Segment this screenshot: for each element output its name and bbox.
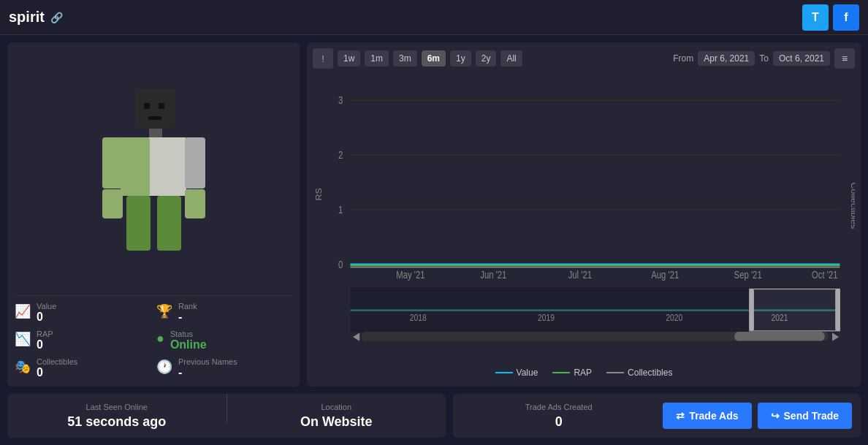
rank-number: - <box>178 311 197 324</box>
value-icon: 📈 <box>15 303 31 319</box>
status-value: Online <box>170 338 207 351</box>
send-trade-button[interactable]: ↪ Send Trade <box>758 403 852 429</box>
chart-svg: 3 2 1 0 RS Collectibles May '21 Jun '21 … <box>313 73 855 365</box>
time-btn-1y[interactable]: 1y <box>450 50 471 66</box>
time-btn-2y[interactable]: 2y <box>476 50 497 66</box>
rap-label: RAP <box>37 330 53 338</box>
svg-text:1: 1 <box>338 205 343 216</box>
last-seen-stat: Last Seen Online 51 seconds ago <box>7 394 226 438</box>
trade-ads-value: 0 <box>462 414 655 430</box>
stat-rap-item: 📉 RAP 0 <box>15 330 151 351</box>
social-buttons: T f <box>802 4 859 31</box>
svg-rect-2 <box>159 103 164 109</box>
header: spirit 🔗 T f <box>0 0 868 35</box>
chart-menu-button[interactable]: ≡ <box>834 48 855 69</box>
status-content: Status Online <box>170 330 207 351</box>
rap-content: RAP 0 <box>37 330 53 351</box>
svg-rect-10 <box>102 189 123 218</box>
svg-text:2: 2 <box>338 150 343 161</box>
chart-toolbar: ! 1w 1m 3m 6m 1y 2y All From Apr 6, 2021… <box>313 48 855 69</box>
svg-text:Jun '21: Jun '21 <box>480 270 506 281</box>
svg-rect-12 <box>126 196 151 251</box>
to-label: To <box>759 53 769 64</box>
collectibles-legend-label: Collectibles <box>628 368 672 378</box>
stats-grid: 📈 Value 0 🏆 Rank - 📉 RAP 0 <box>15 295 292 379</box>
chart-legend: Value RAP Collectibles <box>313 365 855 381</box>
svg-text:3: 3 <box>338 95 343 106</box>
logo-area: spirit 🔗 <box>9 9 63 26</box>
rank-label: Rank <box>178 302 197 311</box>
svg-rect-48 <box>734 332 825 341</box>
svg-text:2020: 2020 <box>666 313 682 322</box>
collectibles-icon: 🎭 <box>15 359 31 375</box>
left-panel: 📈 Value 0 🏆 Rank - 📉 RAP 0 <box>7 42 300 387</box>
svg-text:0: 0 <box>338 259 343 270</box>
status-label: Status <box>170 330 207 338</box>
chart-area: 3 2 1 0 RS Collectibles May '21 Jun '21 … <box>313 73 855 365</box>
chart-info-button[interactable]: ! <box>313 48 333 69</box>
time-btn-1m[interactable]: 1m <box>365 50 389 66</box>
trade-ads-icon: ⇄ <box>676 410 685 422</box>
value-label: Value <box>37 302 56 311</box>
stat-status-item: ● Status Online <box>156 330 292 351</box>
rap-icon: 📉 <box>15 331 31 347</box>
from-date: Apr 6, 2021 <box>698 51 755 66</box>
stat-rank-item: 🏆 Rank - <box>156 302 292 324</box>
svg-text:2018: 2018 <box>410 313 427 322</box>
status-icon: ● <box>156 331 164 346</box>
trade-ads-button[interactable]: ⇄ Trade Ads <box>663 403 751 429</box>
svg-rect-1 <box>144 103 150 109</box>
prev-names-label: Previous Names <box>178 357 237 366</box>
rank-content: Rank - <box>178 302 197 324</box>
avatar-area <box>15 50 292 295</box>
facebook-button[interactable]: f <box>833 4 859 31</box>
rank-icon: 🏆 <box>156 303 172 319</box>
svg-rect-3 <box>148 116 161 120</box>
bottom-left-panel: Last Seen Online 51 seconds ago Location… <box>7 394 446 438</box>
time-btn-1w[interactable]: 1w <box>338 50 360 66</box>
twitter-button[interactable]: T <box>802 4 829 31</box>
location-label: Location <box>321 403 351 411</box>
stat-value-item: 📈 Value 0 <box>15 302 151 324</box>
legend-collectibles: Collectibles <box>606 368 672 378</box>
collectibles-number: 0 <box>37 366 77 379</box>
svg-text:◀: ◀ <box>353 330 360 342</box>
location-stat: Location On Website <box>227 394 446 438</box>
from-label: From <box>673 53 693 64</box>
location-value: On Website <box>300 414 373 430</box>
svg-text:▶: ▶ <box>832 330 840 342</box>
time-btn-6m[interactable]: 6m <box>422 50 446 66</box>
link-icon[interactable]: 🔗 <box>50 12 63 23</box>
svg-rect-7 <box>102 137 123 189</box>
time-btn-3m[interactable]: 3m <box>393 50 417 66</box>
rap-legend-line <box>552 372 570 373</box>
chart-panel: ! 1w 1m 3m 6m 1y 2y All From Apr 6, 2021… <box>307 42 861 387</box>
svg-rect-43 <box>750 289 754 331</box>
svg-rect-13 <box>157 196 181 251</box>
svg-text:2019: 2019 <box>538 313 555 322</box>
collectibles-label: Collectibles <box>37 357 77 366</box>
svg-rect-11 <box>185 189 205 218</box>
prev-names-icon: 🕐 <box>156 359 172 375</box>
stat-prev-names-item: 🕐 Previous Names - <box>156 357 292 379</box>
svg-rect-44 <box>835 289 840 331</box>
svg-rect-9 <box>185 137 205 189</box>
collectibles-content: Collectibles 0 <box>37 357 77 379</box>
trade-ads-stat: Trade Ads Created 0 <box>462 403 655 430</box>
svg-text:May '21: May '21 <box>396 270 425 281</box>
legend-value: Value <box>495 368 538 378</box>
collectibles-legend-line <box>606 372 624 373</box>
send-trade-icon: ↪ <box>771 410 780 422</box>
trade-buttons: ⇄ Trade Ads ↪ Send Trade <box>663 403 852 429</box>
trade-ads-btn-label: Trade Ads <box>689 410 738 422</box>
rap-legend-label: RAP <box>574 368 592 378</box>
svg-rect-8 <box>150 137 186 196</box>
svg-text:Oct '21: Oct '21 <box>812 270 838 281</box>
date-range: From Apr 6, 2021 To Oct 6, 2021 ≡ <box>673 48 855 69</box>
stat-collectibles-item: 🎭 Collectibles 0 <box>15 357 151 379</box>
value-legend-line <box>495 372 513 373</box>
time-btn-all[interactable]: All <box>500 50 522 66</box>
main-content: 📈 Value 0 🏆 Rank - 📉 RAP 0 <box>0 35 868 387</box>
bottom-bar: Last Seen Online 51 seconds ago Location… <box>0 387 868 445</box>
value-content: Value 0 <box>37 302 56 324</box>
